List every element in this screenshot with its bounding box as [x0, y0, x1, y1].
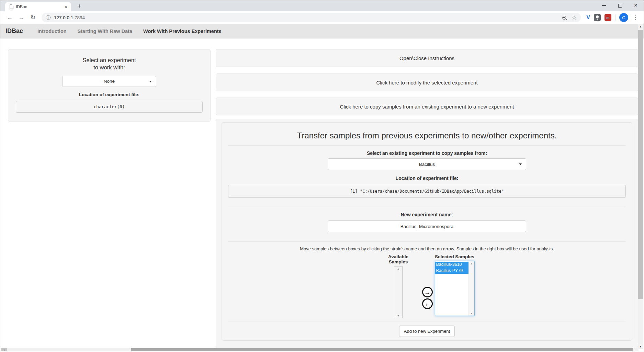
- available-samples-listbox[interactable]: ▲ ▼: [394, 266, 403, 318]
- experiment-select-panel: Select an experiment to work with: None …: [8, 49, 211, 122]
- extension-red-icon[interactable]: m: [605, 14, 611, 21]
- divider: [228, 321, 626, 321]
- extension-lightbulb-icon[interactable]: [594, 14, 601, 21]
- copy-from-dropdown-value: Bacillus: [419, 162, 435, 167]
- url-port: :7894: [73, 15, 85, 20]
- nav-tab-starting-with-raw-data[interactable]: Starting With Raw Data: [72, 29, 138, 34]
- experiment-select-title: Select an experiment to work with:: [8, 57, 210, 71]
- new-experiment-name-label: New experiment name:: [222, 212, 632, 217]
- sample-chooser: Available Samples ▲ ▼ → ← Selected Sampl…: [222, 254, 632, 316]
- close-button[interactable]: ×: [628, 0, 644, 11]
- selected-samples-items: Bacillus-3610 Bacillus-PY79: [435, 261, 468, 316]
- browser-window: IDBac × + × ← → ↻ i 127.0.0.1:7894 ☆ V m…: [0, 0, 644, 352]
- minimize-icon: [602, 5, 606, 6]
- copy-from-dropdown[interactable]: Bacillus: [328, 158, 526, 170]
- tab-title: IDBac: [16, 4, 64, 9]
- site-info-icon[interactable]: i: [46, 15, 50, 20]
- listbox-scrollbar[interactable]: ▲ ▼: [468, 261, 474, 316]
- toggle-instructions-bar[interactable]: Open\Close Instructions: [216, 49, 638, 67]
- url-host: 127.0.0.1: [54, 15, 73, 20]
- back-button[interactable]: ←: [5, 13, 14, 22]
- available-samples-label: Available Samples: [380, 254, 417, 264]
- browser-titlebar: IDBac × + ×: [0, 0, 644, 11]
- add-to-new-experiment-button[interactable]: Add to new Experiment: [399, 326, 455, 337]
- scroll-down-icon[interactable]: ▼: [638, 345, 643, 348]
- divider: [228, 241, 626, 242]
- forward-button[interactable]: →: [16, 13, 26, 22]
- toolbar-divider: [615, 14, 615, 21]
- list-item[interactable]: Bacillus-PY79: [435, 268, 468, 274]
- copy-from-label: Select an existing experiment to copy sa…: [222, 150, 632, 156]
- scroll-up-icon[interactable]: ▲: [397, 268, 399, 270]
- copy-samples-panel: Transfer samples from previous experimen…: [216, 119, 638, 348]
- profile-avatar[interactable]: C: [619, 13, 628, 22]
- reload-button[interactable]: ↻: [28, 13, 38, 22]
- url-text[interactable]: 127.0.0.1:7894: [54, 15, 85, 20]
- move-samples-instructions: Move samples between boxes by clicking t…: [222, 246, 632, 251]
- scroll-up-icon[interactable]: ▲: [470, 262, 473, 265]
- chevron-down-icon: [519, 163, 522, 165]
- page-body: Select an experiment to work with: None …: [0, 38, 644, 352]
- list-item[interactable]: Bacillus-3610: [435, 262, 468, 268]
- browser-menu-icon[interactable]: ⋮: [633, 14, 638, 21]
- right-column: Open\Close Instructions Click here to mo…: [216, 49, 638, 348]
- address-bar[interactable]: i 127.0.0.1:7894 ☆: [42, 13, 581, 22]
- selected-samples-listbox[interactable]: Bacillus-3610 Bacillus-PY79 ▲ ▼: [435, 261, 475, 316]
- browser-toolbar: ← → ↻ i 127.0.0.1:7894 ☆ V m C ⋮: [0, 11, 644, 24]
- zoom-handle-mark: [565, 19, 567, 21]
- horizontal-scrollbar-thumb[interactable]: [131, 348, 633, 351]
- scroll-down-icon[interactable]: ▼: [397, 315, 399, 317]
- divider: [228, 206, 626, 206]
- chevron-down-icon: [149, 81, 152, 82]
- maximize-button[interactable]: [612, 0, 628, 11]
- scroll-down-icon[interactable]: ▼: [470, 312, 473, 315]
- available-samples-column: Available Samples ▲ ▼: [380, 254, 417, 318]
- nav-tab-introduction[interactable]: Introduction: [32, 29, 72, 34]
- experiment-select-title-line2: to work with:: [8, 64, 210, 71]
- experiment-dropdown[interactable]: None: [62, 76, 156, 87]
- browser-tab[interactable]: IDBac ×: [5, 2, 71, 11]
- copy-samples-bar[interactable]: Click here to copy samples from an exist…: [216, 98, 638, 115]
- close-icon: ×: [634, 2, 637, 9]
- location-label: Location of experiment file:: [8, 92, 210, 97]
- modify-experiment-bar[interactable]: Click here to modify the selected experi…: [216, 73, 638, 91]
- window-controls: ×: [596, 0, 644, 11]
- horizontal-scrollbar[interactable]: ◄: [1, 348, 639, 351]
- nav-tab-work-with-previous-experiments[interactable]: Work With Previous Experiments: [138, 29, 227, 34]
- app-navbar: IDBac Introduction Starting With Raw Dat…: [0, 24, 644, 38]
- selected-samples-label: Selected Samples: [435, 254, 475, 259]
- scroll-left-icon[interactable]: ◄: [1, 348, 7, 351]
- move-arrows: → ←: [422, 287, 433, 309]
- maximize-icon: [618, 4, 622, 8]
- scroll-up-icon[interactable]: ▲: [638, 25, 643, 28]
- extensions-area: V m C: [586, 13, 628, 22]
- location-value-box: character(0): [16, 101, 203, 113]
- new-experiment-name-input[interactable]: [328, 220, 526, 232]
- zoom-out-icon[interactable]: [562, 16, 566, 20]
- page-favicon-icon: [10, 4, 13, 9]
- vertical-scrollbar[interactable]: ▲ ▼: [638, 24, 643, 349]
- minimize-button[interactable]: [596, 0, 612, 11]
- move-left-button[interactable]: ←: [422, 298, 433, 309]
- tab-close-icon[interactable]: ×: [64, 4, 68, 10]
- file-location-label: Location of experiment file:: [222, 175, 632, 181]
- experiment-select-title-line1: Select an experiment: [8, 57, 210, 64]
- transfer-heading: Transfer samples from previous experimen…: [222, 131, 632, 140]
- divider: [228, 145, 626, 146]
- app-brand[interactable]: IDBac: [5, 27, 23, 35]
- bookmark-star-icon[interactable]: ☆: [572, 14, 577, 21]
- zoom-minus-mark: [563, 17, 565, 18]
- experiment-dropdown-value: None: [104, 79, 115, 84]
- file-location-value-box: [1] "C:/Users/chase/Documents/GitHub/IDB…: [228, 185, 626, 198]
- new-tab-button[interactable]: +: [75, 2, 83, 10]
- selected-samples-column: Selected Samples Bacillus-3610 Bacillus-…: [435, 254, 475, 316]
- extension-v-icon[interactable]: V: [586, 14, 590, 21]
- move-right-button[interactable]: →: [422, 287, 433, 297]
- vertical-scrollbar-thumb[interactable]: [638, 30, 643, 299]
- transfer-card: Transfer samples from previous experimen…: [222, 122, 632, 341]
